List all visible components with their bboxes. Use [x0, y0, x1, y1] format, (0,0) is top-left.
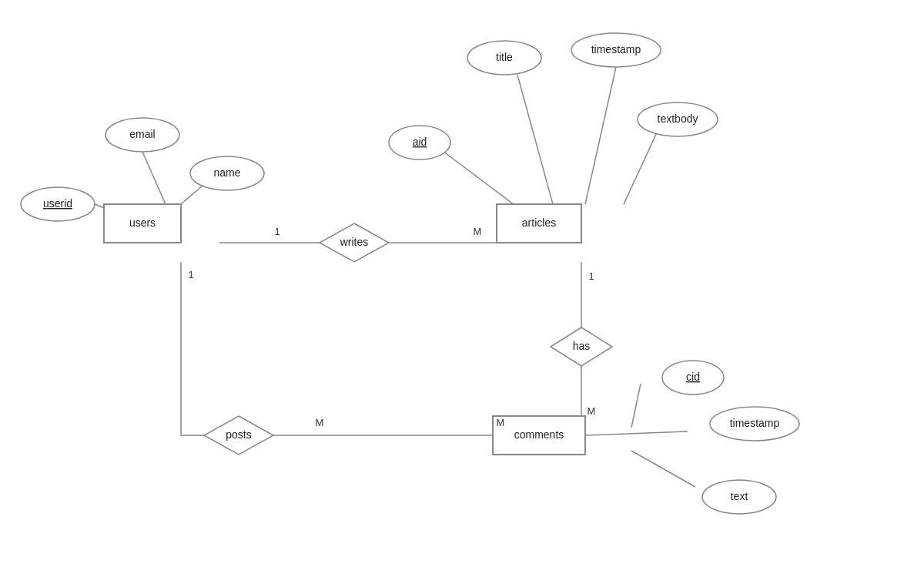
- card-users-posts: 1: [188, 269, 193, 280]
- attr-userid-label: userid: [43, 197, 72, 210]
- relation-posts-label: posts: [226, 428, 251, 441]
- connector-email-users: [142, 152, 166, 204]
- card-comments-posts: M: [497, 417, 505, 428]
- attr-email-label: email: [129, 128, 155, 140]
- attr-timestamp-comments-label: timestamp: [730, 417, 780, 429]
- connector-title-articles: [517, 75, 553, 204]
- card-posts-users: M: [316, 417, 324, 428]
- connector-timestamp-comments: [585, 431, 688, 435]
- attr-text-label: text: [731, 490, 748, 502]
- card-articles-has: 1: [588, 270, 594, 282]
- relation-has-label: has: [573, 340, 591, 352]
- connector-users-posts: [181, 262, 204, 435]
- relation-writes-label: writes: [340, 236, 369, 248]
- entity-users-label: users: [129, 217, 156, 229]
- attr-textbody-label: textbody: [658, 112, 698, 125]
- card-comments-has: M: [588, 405, 596, 417]
- card-articles-writes: M: [474, 226, 482, 237]
- connector-timestamp-articles: [585, 67, 616, 204]
- attr-title-label: title: [496, 51, 513, 63]
- connector-textbody-articles: [624, 129, 658, 204]
- entity-comments-label: comments: [514, 428, 564, 441]
- attr-aid-label: aid: [413, 136, 427, 148]
- attr-name-label: name: [213, 166, 240, 179]
- connector-text-comments: [631, 451, 695, 487]
- connector-cid-comments: [631, 384, 641, 428]
- er-diagram: users articles comments writes has posts…: [0, 0, 924, 574]
- attr-timestamp-articles-label: timestamp: [591, 43, 641, 55]
- entity-articles-label: articles: [522, 217, 556, 229]
- attr-cid-label: cid: [686, 371, 700, 383]
- card-users-writes: 1: [274, 226, 280, 237]
